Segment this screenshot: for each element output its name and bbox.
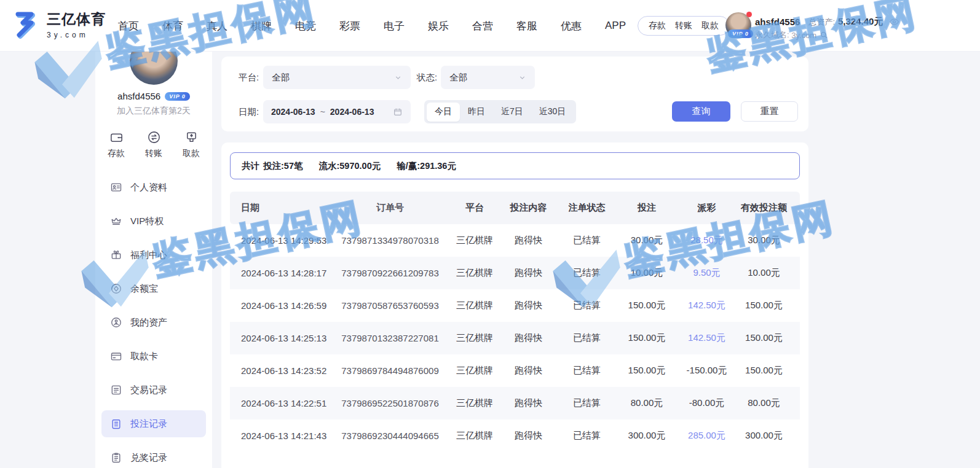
bet-records-panel: 共计 投注:57笔 流水:5970.00元 输/赢:291.36元 日期订单号平… xyxy=(221,142,808,468)
cell-date: 2024-06-13 14:28:17 xyxy=(241,268,333,278)
nav-item[interactable]: 合营 xyxy=(472,19,493,33)
sidebar-item-label: 交易记录 xyxy=(130,384,167,396)
sidebar-item-label: 兑奖记录 xyxy=(130,452,167,464)
sidebar-item-label: 取款卡 xyxy=(130,351,158,362)
cell-status: 已结算 xyxy=(555,300,619,311)
platform-select[interactable]: 全部 xyxy=(263,66,411,89)
nav-item[interactable]: 体育 xyxy=(162,19,183,33)
reset-button[interactable]: 重置 xyxy=(741,101,798,122)
cell-platform: 三亿棋牌 xyxy=(447,430,502,442)
nav-item[interactable]: 首页 xyxy=(118,19,139,33)
table-row[interactable]: 2024-06-13 14:26:59 7379870587653760593 … xyxy=(230,289,800,322)
sidebar-user-row: ahsfd4556 VIP 0 xyxy=(95,91,212,101)
cell-platform: 三亿棋牌 xyxy=(447,332,502,344)
nav-item[interactable]: 电子 xyxy=(384,19,405,33)
site-logo[interactable]: 三亿体育 3y.com xyxy=(11,10,106,39)
search-button[interactable]: 查询 xyxy=(672,101,730,122)
cell-order: 7379870922661209783 xyxy=(333,268,447,278)
status-select[interactable]: 全部 xyxy=(441,66,535,89)
redeem-records-icon xyxy=(110,451,122,464)
cell-date: 2024-06-13 14:21:43 xyxy=(241,431,333,441)
summary-winloss: 输/赢:291.36元 xyxy=(397,160,456,172)
cell-payout: 28.50元 xyxy=(674,235,739,246)
cell-valid: 80.00元 xyxy=(739,397,789,409)
transfer-icon xyxy=(147,130,161,144)
logo-3y-icon xyxy=(11,10,41,39)
cell-valid: 150.00元 xyxy=(739,332,789,344)
domain-label: 永久域名: xyxy=(755,29,789,41)
summary-bar: 共计 投注:57笔 流水:5970.00元 输/赢:291.36元 xyxy=(230,152,800,179)
column-header: 平台 xyxy=(447,202,502,214)
cell-valid: 150.00元 xyxy=(739,365,789,376)
sidebar-item[interactable]: 兑奖记录 xyxy=(101,444,206,468)
date-separator: ~ xyxy=(320,107,325,117)
cell-status: 已结算 xyxy=(555,235,619,246)
sidebar-item[interactable]: 福利中心 xyxy=(101,241,206,268)
chevron-down-icon xyxy=(518,74,526,82)
column-header: 订单号 xyxy=(333,202,447,214)
nav-item[interactable]: 娱乐 xyxy=(428,19,449,33)
cell-content: 跑得快 xyxy=(502,235,555,246)
wallet-action[interactable]: 存款 xyxy=(649,20,666,31)
range-button[interactable]: 昨日 xyxy=(460,103,493,122)
nav-item[interactable]: 客服 xyxy=(516,19,537,33)
table-row[interactable]: 2024-06-13 14:25:13 7379870132387227081 … xyxy=(230,322,800,354)
cell-date: 2024-06-13 14:22:51 xyxy=(241,398,333,408)
table-row[interactable]: 2024-06-13 14:23:52 7379869784494876009 … xyxy=(230,354,800,387)
cell-payout: 142.50元 xyxy=(674,332,739,344)
nav-item[interactable]: 优惠 xyxy=(561,19,582,33)
nav-item[interactable]: 棋牌 xyxy=(251,19,272,33)
sidebar-item[interactable]: 余额宝 xyxy=(101,275,206,302)
sidebar-item[interactable]: 取款卡 xyxy=(101,343,206,370)
sidebar-item-label: 余额宝 xyxy=(130,283,158,295)
quick-action-label: 转账 xyxy=(145,148,162,159)
username[interactable]: ahsfd4556 xyxy=(755,17,800,27)
quick-action[interactable]: 取款 xyxy=(183,130,200,159)
sidebar-item[interactable]: 投注记录 xyxy=(101,410,206,437)
platform-label: 平台: xyxy=(239,66,259,89)
cell-payout: 9.50元 xyxy=(674,267,739,279)
cell-payout: 285.00元 xyxy=(674,430,739,442)
table-row[interactable]: 2024-06-13 14:29:53 7379871334978070318 … xyxy=(230,224,800,257)
chevron-down-icon xyxy=(394,74,402,82)
range-button[interactable]: 近30日 xyxy=(531,103,574,122)
date-from: 2024-06-13 xyxy=(271,107,315,117)
cell-content: 跑得快 xyxy=(502,397,555,409)
eye-icon[interactable] xyxy=(889,17,899,27)
cell-bet: 150.00元 xyxy=(619,365,674,376)
table-row[interactable]: 2024-06-13 14:21:43 7379869230444094665 … xyxy=(230,419,800,452)
wallet-action[interactable]: 取款 xyxy=(701,20,719,31)
sidebar-item[interactable]: VIP特权 xyxy=(101,208,206,235)
table-row[interactable]: 2024-06-13 14:22:51 7379869522501870876 … xyxy=(230,387,800,419)
range-button[interactable]: 今日 xyxy=(427,103,460,122)
table-body: 2024-06-13 14:29:53 7379871334978070318 … xyxy=(230,224,800,452)
nav-item[interactable]: 彩票 xyxy=(339,19,360,33)
nav-item[interactable]: 电竞 xyxy=(295,19,316,33)
bank-card-icon xyxy=(110,350,122,362)
sidebar-item[interactable]: 我的资产 xyxy=(101,309,206,336)
assets-icon xyxy=(110,316,122,329)
username: ahsfd4556 xyxy=(117,91,160,101)
cell-bet: 150.00元 xyxy=(619,332,674,344)
nav-item[interactable]: 真人 xyxy=(207,19,227,33)
main-nav: 首页体育真人棋牌电竞彩票电子娱乐合营客服优惠APP xyxy=(118,0,626,52)
cell-platform: 三亿棋牌 xyxy=(447,235,502,246)
quick-action[interactable]: 转账 xyxy=(145,130,162,159)
nav-item[interactable]: APP xyxy=(605,20,626,32)
top-bar: 三亿体育 3y.com 首页体育真人棋牌电竞彩票电子娱乐合营客服优惠APP 存款… xyxy=(0,0,980,52)
range-button[interactable]: 近7日 xyxy=(493,103,531,122)
sidebar-item[interactable]: 个人资料 xyxy=(101,174,206,201)
status-value: 全部 xyxy=(449,72,467,84)
date-range-picker[interactable]: 2024-06-13 ~ 2024-06-13 xyxy=(263,100,411,123)
cell-date: 2024-06-13 14:25:13 xyxy=(241,333,333,343)
quick-action[interactable]: 存款 xyxy=(108,130,125,159)
search-icon[interactable] xyxy=(820,31,828,39)
sidebar-item[interactable]: 交易记录 xyxy=(101,376,206,404)
cell-valid: 30.00元 xyxy=(739,235,789,246)
column-header: 日期 xyxy=(241,202,333,214)
column-header: 投注 xyxy=(619,202,674,214)
table-row[interactable]: 2024-06-13 14:28:17 7379870922661209783 … xyxy=(230,257,800,289)
wallet-action[interactable]: 转账 xyxy=(675,20,692,31)
cell-bet: 150.00元 xyxy=(619,300,674,311)
deposit-icon xyxy=(109,130,124,144)
